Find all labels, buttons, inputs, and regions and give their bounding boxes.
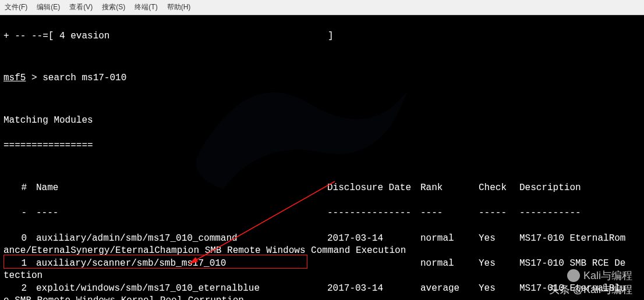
row-desc-wrap: e SMB Remote Windows Kernel Pool Corrupt… (3, 295, 641, 300)
command-text: search ms17-010 (43, 73, 126, 83)
row-date: 2017-03-14 (327, 283, 420, 295)
col-desc: Description (519, 182, 641, 195)
row-desc-wrap: tection (3, 270, 641, 283)
prompt: msf5 (3, 73, 26, 83)
row-desc: MS17-010 EternalBlu (519, 283, 641, 295)
col-name: Name (36, 182, 327, 195)
row-desc: MS17-010 SMB RCE De (519, 258, 641, 270)
table-row: 0auxiliary/admin/smb/ms17_010_command201… (3, 233, 641, 245)
row-rank: normal (420, 233, 479, 245)
menu-file[interactable]: 文件(F) (2, 1, 30, 13)
menu-edit[interactable]: 编辑(E) (34, 1, 62, 13)
table-header-underline: - ---- --------------- ---- ----- ------… (3, 207, 641, 220)
terminal[interactable]: + -- --=[ 4 evasion ] msf5 > search ms17… (0, 15, 644, 300)
col-date: Disclosure Date (327, 182, 420, 195)
section-underline: ================ (3, 140, 641, 152)
row-check: Yes (479, 233, 519, 245)
row-desc-wrap: ance/EternalSynergy/EternalChampion SMB … (3, 245, 641, 258)
section-title: Matching Modules (3, 115, 641, 127)
table-row: 2exploit/windows/smb/ms17_010_eternalblu… (3, 283, 641, 295)
row-date (327, 258, 420, 270)
menu-search[interactable]: 搜索(S) (100, 1, 128, 13)
col-index: # (3, 182, 36, 195)
menu-view[interactable]: 查看(V) (67, 1, 95, 13)
row-check: Yes (479, 258, 519, 270)
col-rank: Rank (420, 182, 479, 195)
table-header: # Name Disclosure Date Rank Check Descri… (3, 182, 641, 195)
row-date: 2017-03-14 (327, 233, 420, 245)
command-line-1: msf5 > search ms17-010 (3, 72, 641, 85)
row-index: 2 (3, 283, 36, 295)
row-index: 0 (3, 233, 36, 245)
banner-line: + -- --=[ 4 evasion ] (3, 30, 641, 43)
row-desc: MS17-010 EternalRom (519, 233, 641, 245)
row-module: exploit/windows/smb/ms17_010_eternalblue (36, 283, 327, 295)
row-index: 1 (3, 258, 36, 270)
row-rank: normal (420, 258, 479, 270)
row-rank: average (420, 283, 479, 295)
menu-help[interactable]: 帮助(H) (165, 1, 193, 13)
menu-terminal[interactable]: 终端(T) (132, 1, 160, 13)
row-check: Yes (479, 283, 519, 295)
col-check: Check (479, 182, 519, 195)
row-module: auxiliary/scanner/smb/smb_ms17_010 (36, 258, 327, 270)
menu-bar[interactable]: 文件(F) 编辑(E) 查看(V) 搜索(S) 终端(T) 帮助(H) (0, 0, 644, 15)
table-row: 1auxiliary/scanner/smb/smb_ms17_010norma… (3, 258, 641, 270)
row-module: auxiliary/admin/smb/ms17_010_command (36, 233, 327, 245)
